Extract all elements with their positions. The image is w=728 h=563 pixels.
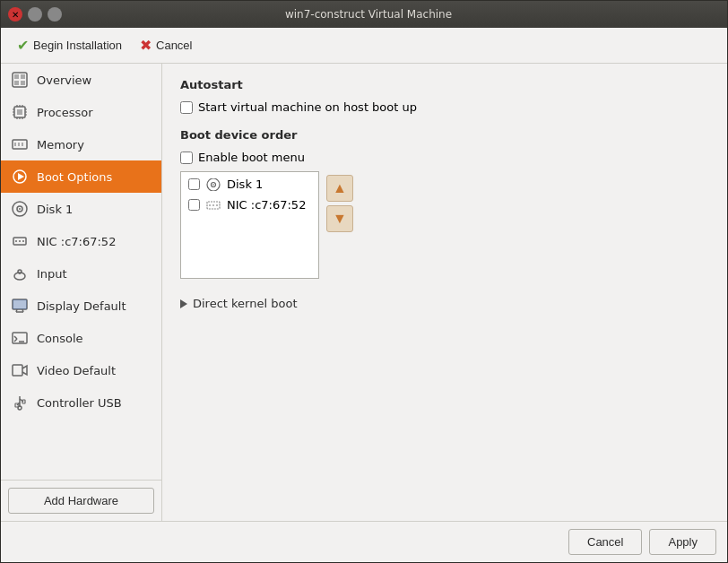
svg-rect-3 <box>14 81 19 85</box>
sidebar: Overview Processor Memory Boot Options <box>1 64 162 521</box>
sidebar-item-console[interactable]: Console <box>1 322 161 354</box>
video-icon <box>10 360 30 380</box>
sidebar-item-processor[interactable]: Processor <box>1 96 161 128</box>
boot-list-item-nic[interactable]: NIC :c7:67:52 <box>183 195 316 215</box>
input-icon <box>10 264 30 283</box>
cancel-footer-button[interactable]: Cancel <box>568 529 642 555</box>
nic-boot-label: NIC :c7:67:52 <box>227 198 306 212</box>
titlebar: ✕ win7-construct Virtual Machine <box>1 1 727 28</box>
usb-icon <box>10 393 30 412</box>
svg-rect-49 <box>22 400 25 403</box>
svg-rect-6 <box>17 109 22 115</box>
console-icon <box>10 328 30 348</box>
boot-up-button[interactable]: ▲ <box>326 175 353 202</box>
sidebar-item-disk1[interactable]: Disk 1 <box>1 193 161 225</box>
svg-rect-20 <box>14 143 16 146</box>
svg-point-33 <box>18 270 22 273</box>
svg-rect-1 <box>14 74 19 79</box>
begin-installation-button[interactable]: ✔ Begin Installation <box>10 33 129 57</box>
sidebar-label-overview: Overview <box>37 74 91 87</box>
overview-icon <box>10 70 30 90</box>
sidebar-item-controller-usb[interactable]: Controller USB <box>1 386 161 419</box>
boot-arrows: ▲ ▼ <box>326 171 353 232</box>
boot-device-box: Disk 1 NIC :c7:67:52 ▲ ▼ <box>180 171 709 279</box>
boot-order-section: Boot device order Enable boot menu Disk … <box>180 128 709 279</box>
autostart-title: Autostart <box>180 78 709 91</box>
nic-icon <box>10 231 30 251</box>
enable-boot-menu-label: Enable boot menu <box>198 151 305 164</box>
memory-icon <box>10 134 30 154</box>
sidebar-label-disk1: Disk 1 <box>37 203 73 216</box>
sidebar-item-video-default[interactable]: Video Default <box>1 354 161 386</box>
autostart-label: Start virtual machine on host boot up <box>198 100 417 114</box>
svg-rect-4 <box>21 81 25 85</box>
svg-rect-36 <box>13 299 27 309</box>
autostart-row: Start virtual machine on host boot up <box>180 100 709 114</box>
sidebar-label-nic: NIC :c7:67:52 <box>37 235 116 248</box>
sidebar-item-input[interactable]: Input <box>1 257 161 290</box>
svg-rect-44 <box>13 365 22 376</box>
add-hardware-button[interactable]: Add Hardware <box>8 488 154 514</box>
processor-icon <box>10 102 30 122</box>
sidebar-label-memory: Memory <box>37 138 84 152</box>
cancel-footer-label: Cancel <box>587 535 623 549</box>
sidebar-bottom: Add Hardware <box>1 480 161 521</box>
svg-rect-21 <box>18 143 20 146</box>
cancel-toolbar-label: Cancel <box>156 39 192 52</box>
close-button[interactable]: ✕ <box>8 7 22 22</box>
cancel-toolbar-button[interactable]: ✖ Cancel <box>133 33 199 57</box>
sidebar-label-processor: Processor <box>37 106 93 119</box>
sidebar-label-display-default: Display Default <box>37 299 126 313</box>
sidebar-item-nic[interactable]: NIC :c7:67:52 <box>1 225 161 257</box>
panel: Autostart Start virtual machine on host … <box>162 64 727 521</box>
svg-rect-2 <box>21 74 25 79</box>
svg-marker-24 <box>18 173 24 180</box>
sidebar-label-console: Console <box>37 332 83 345</box>
triangle-icon <box>180 299 187 308</box>
disk1-icon <box>10 199 30 219</box>
footer: Cancel Apply <box>1 521 727 562</box>
maximize-button[interactable] <box>48 7 62 22</box>
sidebar-label-video-default: Video Default <box>37 364 116 377</box>
svg-rect-22 <box>22 143 23 146</box>
svg-point-53 <box>212 184 214 186</box>
main-window: ✕ win7-construct Virtual Machine ✔ Begin… <box>0 0 728 563</box>
nic-boot-checkbox[interactable] <box>188 199 200 211</box>
sidebar-label-controller-usb: Controller USB <box>37 396 122 410</box>
boot-list: Disk 1 NIC :c7:67:52 <box>180 171 319 279</box>
sidebar-label-input: Input <box>37 267 67 281</box>
boot-order-title: Boot device order <box>180 128 709 142</box>
enable-boot-menu-checkbox[interactable] <box>180 152 193 164</box>
direct-kernel-label: Direct kernel boot <box>193 297 297 310</box>
toolbar: ✔ Begin Installation ✖ Cancel <box>1 28 727 64</box>
boot-down-button[interactable]: ▼ <box>326 205 353 232</box>
sidebar-item-boot-options[interactable]: Boot Options <box>1 160 161 193</box>
sidebar-item-display-default[interactable]: Display Default <box>1 290 161 322</box>
boot-list-item[interactable]: Disk 1 <box>183 174 316 195</box>
add-hardware-label: Add Hardware <box>44 494 118 507</box>
nic-boot-icon <box>205 199 221 212</box>
minimize-button[interactable] <box>28 7 42 22</box>
disk1-boot-icon <box>205 178 221 191</box>
direct-kernel-section[interactable]: Direct kernel boot <box>180 297 709 310</box>
display-icon <box>10 296 30 316</box>
apply-label: Apply <box>668 535 698 549</box>
svg-point-27 <box>19 208 21 210</box>
disk1-boot-label: Disk 1 <box>227 178 263 191</box>
cancel-icon: ✖ <box>140 37 152 54</box>
svg-line-42 <box>14 339 17 342</box>
sidebar-item-overview[interactable]: Overview <box>1 64 161 96</box>
boot-options-icon <box>10 167 30 186</box>
sidebar-item-memory[interactable]: Memory <box>1 128 161 160</box>
begin-installation-label: Begin Installation <box>33 39 122 52</box>
sidebar-label-boot-options: Boot Options <box>37 170 112 184</box>
check-icon: ✔ <box>17 37 29 54</box>
autostart-checkbox[interactable] <box>180 101 193 114</box>
apply-button[interactable]: Apply <box>649 529 716 555</box>
svg-line-41 <box>14 336 17 339</box>
enable-boot-menu-row: Enable boot menu <box>180 151 709 164</box>
main-content: Overview Processor Memory Boot Options <box>1 64 727 521</box>
disk1-boot-checkbox[interactable] <box>188 178 200 190</box>
window-title: win7-construct Virtual Machine <box>71 8 666 21</box>
